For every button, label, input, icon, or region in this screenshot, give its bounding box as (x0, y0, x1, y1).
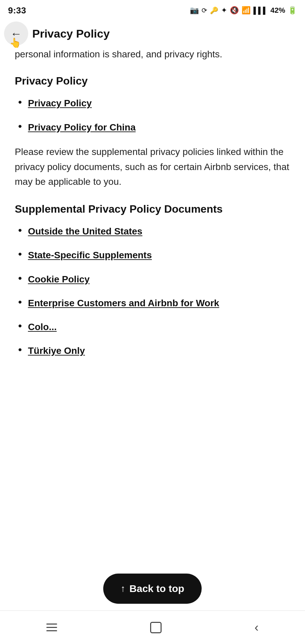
menu-lines-icon (46, 624, 57, 631)
bullet-icon: • (18, 320, 22, 332)
page-title: Privacy Policy (32, 27, 110, 40)
status-icons: 📷 ⟳ 🔑 ✦ 🔇 📶 ▌▌▌ 42% 🔋 (190, 6, 297, 15)
bullet-icon: • (18, 272, 22, 284)
nav-menu-button[interactable] (41, 618, 62, 637)
battery-icon: 🔋 (288, 6, 297, 15)
bottom-nav: ‹ (0, 610, 305, 644)
back-to-top-button[interactable]: ↑ Back to top (103, 574, 202, 604)
cursor-hand-icon: 👆 (9, 37, 21, 48)
list-item: • Colo... (18, 320, 290, 333)
bullet-icon: • (18, 296, 22, 308)
bullet-icon: • (18, 224, 22, 236)
state-specific-link[interactable]: State-Specific Supplements (28, 249, 152, 262)
bullet-icon: • (18, 96, 22, 108)
status-bar: 9:33 📷 ⟳ 🔑 ✦ 🔇 📶 ▌▌▌ 42% 🔋 (0, 0, 305, 20)
back-to-top-arrow-icon: ↑ (121, 583, 125, 594)
privacy-policy-list: • Privacy Policy • Privacy Policy for Ch… (18, 97, 290, 133)
list-item: • Privacy Policy (18, 97, 290, 110)
app-bar: ← 👆 Privacy Policy (0, 20, 305, 47)
bullet-icon: • (18, 343, 22, 356)
mute-icon: 🔇 (230, 6, 239, 15)
wifi-icon: 📶 (242, 6, 251, 15)
back-to-top-label: Back to top (129, 583, 184, 594)
supplemental-section-title: Supplemental Privacy Policy Documents (15, 203, 290, 215)
content-area: personal information is shared, and priv… (0, 47, 305, 381)
signal-icon: ▌▌▌ (253, 7, 268, 14)
turkiye-link[interactable]: Türkiye Only (28, 344, 85, 357)
list-item: • Privacy Policy for China (18, 121, 290, 134)
nav-back-button[interactable]: ‹ (249, 615, 264, 640)
home-square-icon (150, 622, 162, 633)
privacy-policy-link[interactable]: Privacy Policy (28, 97, 92, 110)
colo-link[interactable]: Colo... (28, 320, 57, 333)
list-item: • Enterprise Customers and Airbnb for Wo… (18, 297, 290, 310)
intro-text: personal information is shared, and priv… (15, 47, 290, 61)
cookie-policy-link[interactable]: Cookie Policy (28, 273, 90, 286)
battery-percent: 42% (270, 6, 285, 15)
chevron-back-icon: ‹ (255, 621, 259, 635)
supplemental-list: • Outside the United States • State-Spec… (18, 225, 290, 357)
status-time: 9:33 (8, 5, 26, 16)
privacy-policy-china-link[interactable]: Privacy Policy for China (28, 121, 136, 134)
outside-us-link[interactable]: Outside the United States (28, 225, 142, 238)
list-item: • Outside the United States (18, 225, 290, 238)
back-to-top-container: ↑ Back to top (103, 574, 202, 604)
enterprise-link[interactable]: Enterprise Customers and Airbnb for Work (28, 297, 219, 310)
key-icon: 🔑 (210, 6, 218, 14)
nav-home-button[interactable] (145, 616, 167, 639)
list-item: • Cookie Policy (18, 273, 290, 286)
bullet-icon: • (18, 120, 22, 132)
bullet-icon: • (18, 248, 22, 260)
back-button[interactable]: ← 👆 (4, 21, 28, 46)
list-item: • State-Specific Supplements (18, 249, 290, 262)
supplemental-description: Please review the supplemental privacy p… (15, 145, 290, 190)
list-item: • Türkiye Only (18, 344, 290, 357)
camera-icon: 📷 (190, 6, 199, 15)
nfc-icon: ⟳ (202, 6, 207, 14)
privacy-policy-section-title: Privacy Policy (15, 75, 290, 87)
bluetooth-icon: ✦ (221, 6, 227, 15)
